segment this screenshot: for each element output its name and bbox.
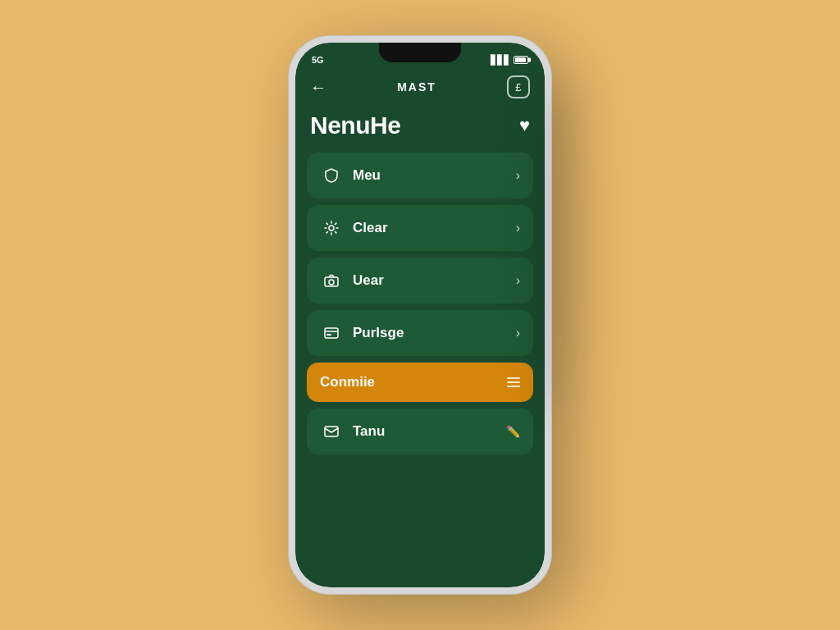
menu-item-conmiie[interactable]: Conmiie [307,363,533,402]
menu-item-uear-label: Uear [353,272,506,289]
menu-item-conmiie-label: Conmiie [320,374,497,390]
menu-item-uear-arrow: › [516,273,520,288]
svg-point-0 [329,226,334,231]
menu-item-meu-arrow: › [516,168,520,183]
phone-screen: 5G ▋▋▋ ← MAST £ NenuHe ♥ [295,43,545,587]
svg-rect-3 [325,328,338,338]
menu-item-tanu-arrow: ✏️ [506,425,520,438]
menu-list: Meu › Clear › [295,153,545,587]
notch [379,43,461,62]
shield-icon [320,164,343,187]
menu-item-clear-label: Clear [353,220,506,236]
envelope-icon [320,420,343,443]
menu-item-tanu-label: Tanu [353,423,496,440]
nav-title: MAST [397,80,436,94]
nav-bar: ← MAST £ [295,72,545,105]
battery-icon [514,56,528,64]
svg-point-2 [329,280,334,285]
menu-item-purlsge-arrow: › [516,326,520,340]
menu-item-purlsge-label: Purlsge [353,325,506,341]
card-icon [320,322,343,345]
menu-item-tanu[interactable]: Tanu ✏️ [307,409,533,454]
currency-icon: £ [515,81,521,94]
signal-bars: ▋▋▋ [491,55,510,66]
page-heading: NenuHe ♥ [295,105,545,153]
page-title: NenuHe [310,112,400,139]
currency-button[interactable]: £ [507,75,530,98]
phone-frame: 5G ▋▋▋ ← MAST £ NenuHe ♥ [289,36,551,594]
camera-icon [320,269,343,292]
menu-item-meu[interactable]: Meu › [307,153,533,199]
gear-icon [320,217,343,240]
menu-item-meu-label: Meu [353,167,506,184]
menu-item-purlsge[interactable]: Purlsge › [307,310,533,356]
signal-indicator: 5G [312,55,324,65]
menu-item-clear-arrow: › [516,221,520,235]
menu-item-clear[interactable]: Clear › [307,205,533,251]
svg-rect-4 [326,334,331,336]
menu-item-uear[interactable]: Uear › [307,258,533,304]
back-button[interactable]: ← [310,78,326,97]
hamburger-icon [507,377,520,387]
heart-icon[interactable]: ♥ [519,115,530,136]
phone-body: 5G ▋▋▋ ← MAST £ NenuHe ♥ [289,36,551,594]
svg-rect-5 [325,427,338,436]
status-right: ▋▋▋ [491,55,528,66]
